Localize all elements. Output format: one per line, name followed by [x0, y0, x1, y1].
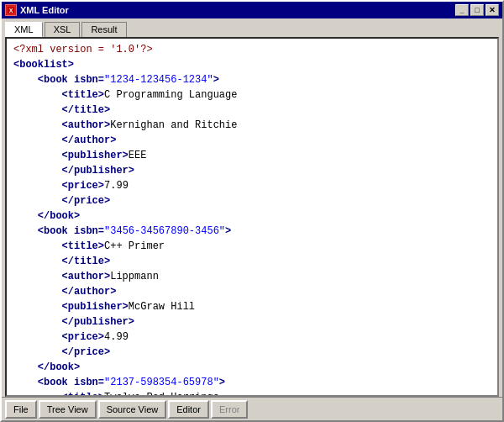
title-bar: X XML Editor _ □ ✕	[2, 2, 502, 18]
tab-xml[interactable]: XML	[5, 22, 43, 37]
tree-view-button[interactable]: Tree View	[39, 400, 97, 419]
error-button[interactable]: Error	[211, 400, 248, 419]
editor-button[interactable]: Editor	[168, 400, 209, 419]
bottom-bar: File Tree View Source View Editor Error	[2, 397, 502, 420]
title-bar-left: X XML Editor	[5, 4, 69, 16]
file-button[interactable]: File	[5, 400, 37, 419]
app-icon: X	[5, 4, 17, 16]
tab-result[interactable]: Result	[81, 22, 126, 37]
minimize-button[interactable]: _	[455, 4, 469, 16]
content-area: <?xml version = '1.0'?> <booklist> <book…	[5, 37, 499, 397]
main-window: X XML Editor _ □ ✕ XML XSL Result <?xml …	[0, 0, 504, 422]
tab-xsl[interactable]: XSL	[45, 22, 81, 37]
tab-bar: XML XSL Result	[2, 18, 502, 37]
close-button[interactable]: ✕	[486, 4, 499, 16]
source-view-button[interactable]: Source View	[98, 400, 167, 419]
window-title: XML Editor	[20, 5, 69, 15]
title-bar-buttons: _ □ ✕	[455, 4, 499, 16]
svg-text:X: X	[9, 8, 13, 13]
xml-editor[interactable]: <?xml version = '1.0'?> <booklist> <book…	[7, 39, 497, 395]
maximize-button[interactable]: □	[470, 4, 484, 16]
